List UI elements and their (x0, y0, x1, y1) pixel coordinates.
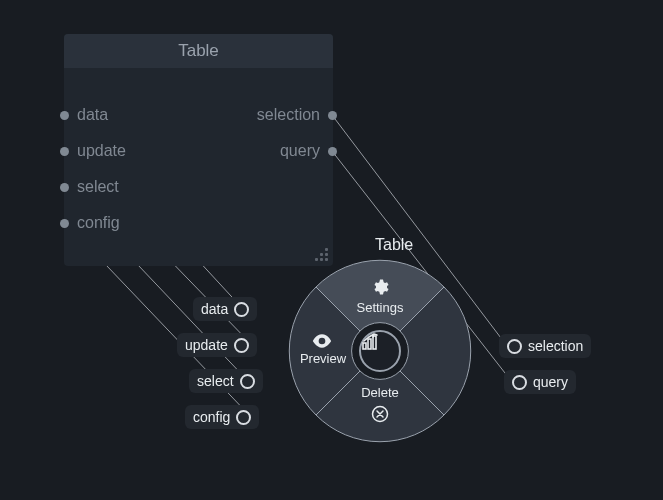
pill-label: select (197, 373, 234, 389)
radial-menu: Settings Preview Delete (288, 259, 472, 443)
port-query[interactable]: query (280, 142, 333, 160)
port-label: select (77, 178, 119, 196)
pill-label: update (185, 337, 228, 353)
pill-select[interactable]: select (189, 369, 263, 393)
pill-update[interactable]: update (177, 333, 257, 357)
pill-data[interactable]: data (193, 297, 257, 321)
port-dot (60, 111, 69, 120)
pill-label: data (201, 301, 228, 317)
port-dot (328, 147, 337, 156)
port-dot (60, 147, 69, 156)
radial-center-button[interactable] (359, 330, 401, 372)
port-dot (328, 111, 337, 120)
port-data[interactable]: data (64, 106, 108, 124)
pill-label: selection (528, 338, 583, 354)
svg-rect-7 (368, 339, 371, 349)
port-select[interactable]: select (64, 178, 119, 196)
port-dot (60, 219, 69, 228)
pill-config[interactable]: config (185, 405, 259, 429)
connector-ring-icon (234, 338, 249, 353)
connector-ring-icon (234, 302, 249, 317)
port-label: query (280, 142, 320, 160)
table-node[interactable]: Table data update select config selectio… (64, 34, 333, 266)
port-label: data (77, 106, 108, 124)
port-label: config (77, 214, 120, 232)
table-node-header[interactable]: Table (64, 34, 333, 68)
port-dot (60, 183, 69, 192)
radial-label-top: Settings (350, 300, 410, 315)
connector-ring-icon (240, 374, 255, 389)
pill-label: query (533, 374, 568, 390)
svg-rect-8 (373, 336, 376, 349)
port-selection[interactable]: selection (257, 106, 333, 124)
port-label: update (77, 142, 126, 160)
port-config[interactable]: config (64, 214, 120, 232)
port-label: selection (257, 106, 320, 124)
port-update[interactable]: update (64, 142, 126, 160)
pill-query[interactable]: query (504, 370, 576, 394)
table-node-body: data update select config selection quer… (64, 68, 333, 266)
chart-icon (361, 332, 381, 352)
pill-label: config (193, 409, 230, 425)
svg-rect-6 (363, 343, 366, 349)
connector-ring-icon (512, 375, 527, 390)
connector-ring-icon (236, 410, 251, 425)
table-node-title: Table (178, 41, 219, 61)
radial-label-bottom: Delete (350, 385, 410, 400)
radial-title: Table (375, 236, 413, 254)
connector-ring-icon (507, 339, 522, 354)
pill-selection[interactable]: selection (499, 334, 591, 358)
radial-label-left: Preview (293, 351, 353, 366)
